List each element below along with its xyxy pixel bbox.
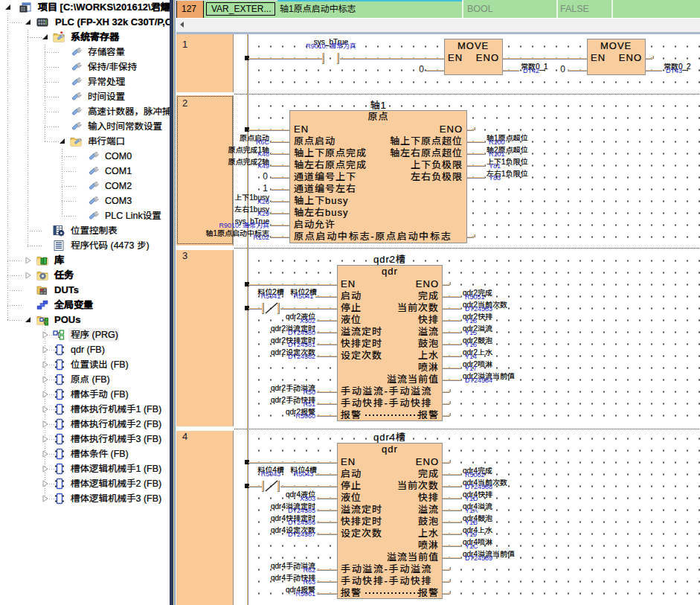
svg-text:*: * bbox=[60, 31, 63, 37]
